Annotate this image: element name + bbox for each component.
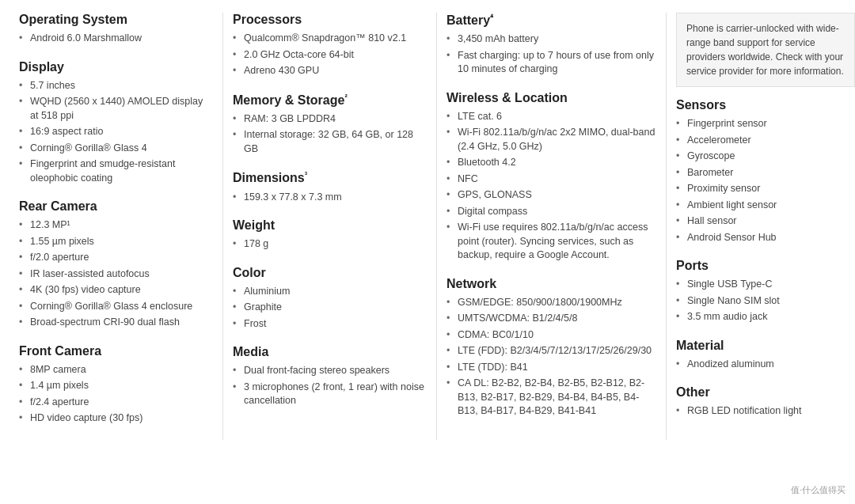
spec-list: RAM: 3 GB LPDDR4Internal storage: 32 GB,…	[233, 112, 427, 157]
specs-page: Operating SystemAndroid 6.0 MarshmallowD…	[0, 0, 855, 453]
list-item: 159.3 x 77.8 x 7.3 mm	[233, 191, 427, 205]
spec-section: ColorAluminiumGraphiteFrost	[233, 266, 427, 332]
list-item: Proximity sensor	[676, 182, 855, 196]
list-item: RGB LED notification light	[676, 404, 855, 419]
list-item: Accelerometer	[676, 134, 855, 148]
list-item: Corning® Gorilla® Glass 4 enclosure	[19, 300, 213, 314]
list-item: 5.7 inches	[19, 79, 213, 93]
list-item: Adreno 430 GPU	[233, 64, 427, 78]
list-item: 12.3 MP¹	[19, 218, 213, 233]
list-item: Gyroscope	[676, 150, 855, 164]
spec-section: MaterialAnodized aluminum	[676, 339, 855, 372]
list-item: Wi-Fi use requires 802.11a/b/g/n/ac acce…	[446, 221, 656, 263]
list-item: Digital compass	[446, 205, 656, 219]
section-title: Operating System	[19, 13, 213, 27]
section-title: Media	[233, 345, 427, 359]
column-4: Phone is carrier-unlocked with wide-rang…	[667, 13, 855, 440]
list-item: CA DL: B2-B2, B2-B4, B2-B5, B2-B12, B2-B…	[446, 377, 656, 419]
spec-section: OtherRGB LED notification light	[676, 385, 855, 419]
list-item: 178 g	[233, 237, 427, 252]
list-item: Broad-spectrum CRI-90 dual flash	[19, 316, 213, 330]
spec-list: 5.7 inchesWQHD (2560 x 1440) AMOLED disp…	[19, 79, 213, 186]
list-item: Qualcomm® Snapdragon™ 810 v2.1	[233, 32, 427, 46]
section-title: Network	[446, 277, 656, 291]
section-title: Dimensions³	[233, 170, 427, 185]
list-item: f/2.0 aperture	[19, 251, 213, 265]
column-1: Operating SystemAndroid 6.0 MarshmallowD…	[10, 13, 223, 440]
spec-list: AluminiumGraphiteFrost	[233, 285, 427, 332]
list-item: Fingerprint and smudge-resistant oleopho…	[19, 157, 213, 185]
spec-section: SensorsFingerprint sensorAccelerometerGy…	[676, 98, 855, 244]
spec-list: Dual front-facing stereo speakers3 micro…	[233, 364, 427, 408]
list-item: Fingerprint sensor	[676, 117, 855, 131]
spec-list: 159.3 x 77.8 x 7.3 mm	[233, 191, 427, 205]
spec-section: Rear Camera12.3 MP¹1.55 µm pixelsf/2.0 a…	[19, 199, 213, 330]
list-item: Anodized aluminum	[676, 358, 855, 372]
list-item: LTE cat. 6	[446, 110, 656, 124]
list-item: UMTS/WCDMA: B1/2/4/5/8	[446, 312, 656, 326]
list-item: Graphite	[233, 301, 427, 315]
spec-section: PortsSingle USB Type-CSingle Nano SIM sl…	[676, 259, 855, 324]
section-title: Battery⁴	[446, 13, 656, 28]
list-item: 8MP camera	[19, 363, 213, 377]
list-item: 16:9 aspect ratio	[19, 125, 213, 139]
list-item: 1.4 µm pixels	[19, 379, 213, 393]
section-title: Sensors	[676, 98, 855, 112]
spec-section: Dimensions³159.3 x 77.8 x 7.3 mm	[233, 170, 427, 204]
list-item: RAM: 3 GB LPDDR4	[233, 112, 427, 127]
list-item: 3 microphones (2 front, 1 rear) with noi…	[233, 381, 427, 408]
spec-section: Front Camera8MP camera1.4 µm pixelsf/2.4…	[19, 344, 213, 426]
list-item: LTE (FDD): B2/3/4/5/7/12/13/17/25/26/29/…	[446, 344, 656, 358]
list-item: Dual front-facing stereo speakers	[233, 364, 427, 378]
list-item: Android Sensor Hub	[676, 231, 855, 245]
spec-list: 178 g	[233, 237, 427, 252]
list-item: NFC	[446, 172, 656, 187]
spec-list: Qualcomm® Snapdragon™ 810 v2.12.0 GHz Oc…	[233, 32, 427, 78]
list-item: GPS, GLONASS	[446, 188, 656, 203]
spec-list: 3,450 mAh batteryFast charging: up to 7 …	[446, 32, 656, 77]
spec-section: ProcessorsQualcomm® Snapdragon™ 810 v2.1…	[233, 13, 427, 78]
list-item: Bluetooth 4.2	[446, 156, 656, 170]
spec-section: Battery⁴3,450 mAh batteryFast charging: …	[446, 13, 656, 77]
section-title: Memory & Storage²	[233, 93, 427, 108]
column-3: Battery⁴3,450 mAh batteryFast charging: …	[437, 13, 667, 440]
list-item: Ambient light sensor	[676, 199, 855, 213]
spec-section: Operating SystemAndroid 6.0 Marshmallow	[19, 13, 213, 46]
watermark: 值·什么值得买	[791, 484, 846, 496]
list-item: f/2.4 aperture	[19, 396, 213, 410]
list-item: 3.5 mm audio jack	[676, 310, 855, 324]
list-item: 3,450 mAh battery	[446, 32, 656, 47]
spec-section: Display5.7 inchesWQHD (2560 x 1440) AMOL…	[19, 60, 213, 186]
column-2: ProcessorsQualcomm® Snapdragon™ 810 v2.1…	[223, 13, 437, 440]
list-item: IR laser-assisted autofocus	[19, 267, 213, 282]
spec-list: Android 6.0 Marshmallow	[19, 32, 213, 46]
list-item: Internal storage: 32 GB, 64 GB, or 128 G…	[233, 128, 427, 156]
list-item: 2.0 GHz Octa-core 64-bit	[233, 48, 427, 63]
list-item: CDMA: BC0/1/10	[446, 328, 656, 343]
section-title: Processors	[233, 13, 427, 27]
list-item: Aluminium	[233, 285, 427, 299]
spec-list: 12.3 MP¹1.55 µm pixelsf/2.0 apertureIR l…	[19, 218, 213, 330]
spec-list: Single USB Type-CSingle Nano SIM slot3.5…	[676, 278, 855, 324]
list-item: Frost	[233, 317, 427, 332]
list-item: Android 6.0 Marshmallow	[19, 32, 213, 46]
list-item: Fast charging: up to 7 hours of use from…	[446, 49, 656, 77]
list-item: HD video capture (30 fps)	[19, 411, 213, 426]
spec-section: Weight178 g	[233, 218, 427, 252]
spec-list: LTE cat. 6Wi-Fi 802.11a/b/g/n/ac 2x2 MIM…	[446, 110, 656, 263]
list-item: LTE (TDD): B41	[446, 361, 656, 375]
spec-section: Memory & Storage²RAM: 3 GB LPDDR4Interna…	[233, 93, 427, 157]
spec-list: GSM/EDGE: 850/900/1800/1900MHzUMTS/WCDMA…	[446, 296, 656, 419]
section-title: Weight	[233, 218, 427, 233]
section-title: Other	[676, 385, 855, 400]
list-item: Single Nano SIM slot	[676, 294, 855, 309]
section-title: Rear Camera	[19, 199, 213, 214]
section-title: Color	[233, 266, 427, 280]
carrier-note: Phone is carrier-unlocked with wide-rang…	[676, 13, 855, 87]
section-title: Wireless & Location	[446, 91, 656, 105]
list-item: GSM/EDGE: 850/900/1800/1900MHz	[446, 296, 656, 310]
list-item: WQHD (2560 x 1440) AMOLED display at 518…	[19, 95, 213, 123]
spec-section: Wireless & LocationLTE cat. 6Wi-Fi 802.1…	[446, 91, 656, 263]
section-title: Front Camera	[19, 344, 213, 358]
list-item: 1.55 µm pixels	[19, 235, 213, 249]
